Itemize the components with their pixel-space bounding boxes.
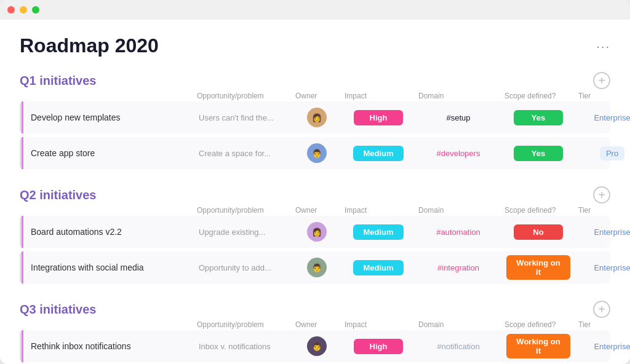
column-header: Impact bbox=[340, 206, 413, 215]
impact-badge: Medium bbox=[353, 260, 403, 275]
avatar: 👩 bbox=[307, 108, 327, 127]
page-header: Roadmap 2020 ··· bbox=[20, 34, 610, 57]
domain-cell: #automation bbox=[415, 224, 501, 240]
domain-text: #notification bbox=[437, 342, 479, 351]
close-dot[interactable] bbox=[7, 6, 15, 14]
scope-cell: No bbox=[501, 221, 575, 243]
page-title: Roadmap 2020 bbox=[20, 34, 159, 57]
opportunity-cell: Opportunity to add... bbox=[194, 259, 292, 276]
column-header: Opportunity/problem bbox=[192, 92, 290, 100]
column-header: Owner bbox=[290, 92, 340, 100]
column-header: Opportunity/problem bbox=[192, 206, 290, 215]
column-header: Impact bbox=[340, 320, 413, 329]
impact-cell: Medium bbox=[341, 221, 415, 243]
column-header: Opportunity/problem bbox=[192, 320, 290, 329]
tier-text: Enterprise bbox=[594, 342, 630, 351]
tier-cell: Enterprise bbox=[575, 259, 630, 276]
avatar: 👩 bbox=[307, 222, 327, 242]
row-name: Integrations with social media bbox=[22, 251, 194, 283]
column-header: Domain bbox=[413, 206, 500, 215]
main-content: Roadmap 2020 ··· Q1 initiatives+Opportun… bbox=[0, 20, 630, 364]
scope-badge: Yes bbox=[514, 146, 563, 161]
impact-cell: Medium bbox=[341, 142, 415, 165]
row-name: Create app store bbox=[22, 137, 194, 169]
column-header: Scope defined? bbox=[500, 206, 573, 215]
column-header: Scope defined? bbox=[500, 320, 573, 329]
owner-cell: 👨 bbox=[292, 333, 341, 360]
impact-cell: Medium bbox=[341, 256, 415, 279]
column-header: Owner bbox=[290, 320, 340, 329]
domain-text: #automation bbox=[436, 228, 480, 237]
opportunity-cell: Create a space for... bbox=[194, 145, 292, 162]
domain-cell: #developers bbox=[415, 145, 501, 162]
impact-cell: High bbox=[341, 335, 415, 358]
column-header: Owner bbox=[290, 206, 340, 215]
section-title-label-q2: Q2 initiatives bbox=[20, 188, 306, 202]
impact-badge: Medium bbox=[353, 224, 403, 240]
scope-cell: Yes bbox=[501, 106, 575, 129]
column-header: Impact bbox=[340, 92, 413, 100]
column-header: Tier bbox=[573, 92, 630, 100]
more-options-button[interactable]: ··· bbox=[596, 39, 610, 53]
add-initiative-button-q1[interactable]: + bbox=[593, 72, 610, 89]
table-row[interactable]: Develop new templatesUsers can't find th… bbox=[20, 101, 610, 133]
opportunity-cell: Inbox v. notifications bbox=[194, 338, 292, 355]
column-header: Domain bbox=[413, 92, 500, 100]
section-q2: Q2 initiatives+Opportunity/problemOwnerI… bbox=[20, 186, 610, 283]
avatar: 👨 bbox=[307, 258, 327, 277]
section-q1: Q1 initiatives+Opportunity/problemOwnerI… bbox=[20, 72, 610, 169]
tier-cell: Enterprise bbox=[575, 109, 630, 126]
owner-cell: 👨 bbox=[292, 140, 341, 167]
domain-text: #setup bbox=[446, 113, 470, 122]
avatar: 👨 bbox=[307, 336, 327, 356]
expand-dot[interactable] bbox=[32, 6, 39, 14]
opportunity-cell: Upgrade existing... bbox=[194, 224, 292, 240]
row-name: Develop new templates bbox=[22, 101, 194, 133]
opportunity-cell: Users can't find the... bbox=[194, 109, 292, 126]
owner-cell: 👩 bbox=[292, 218, 341, 245]
impact-cell: High bbox=[341, 106, 415, 129]
column-header: Tier bbox=[573, 206, 630, 215]
owner-cell: 👩 bbox=[292, 104, 341, 131]
tier-cell: Pro bbox=[575, 143, 630, 164]
minimize-dot[interactable] bbox=[20, 6, 27, 14]
column-header: Domain bbox=[413, 320, 500, 329]
section-q3: Q3 initiatives+Opportunity/problemOwnerI… bbox=[20, 301, 610, 364]
tier-text: Enterprise bbox=[594, 263, 630, 272]
scope-badge: No bbox=[514, 224, 563, 240]
tier-text: Pro bbox=[600, 146, 624, 160]
scope-cell: Yes bbox=[501, 142, 575, 165]
impact-badge: Medium bbox=[353, 146, 403, 161]
row-name: Rethink inbox notifications bbox=[22, 330, 194, 362]
domain-text: #integration bbox=[437, 263, 479, 272]
table-row[interactable]: Rethink inbox notificationsInbox v. noti… bbox=[20, 330, 610, 362]
title-bar bbox=[0, 0, 630, 20]
tier-cell: Enterprise bbox=[575, 338, 630, 355]
avatar: 👨 bbox=[307, 143, 327, 163]
column-header: Scope defined? bbox=[500, 92, 573, 100]
add-initiative-button-q3[interactable]: + bbox=[593, 301, 610, 318]
row-name: Board automations v2.2 bbox=[22, 216, 194, 248]
section-title-label-q1: Q1 initiatives bbox=[20, 74, 306, 88]
scope-cell: Working on it bbox=[501, 251, 575, 283]
app-window: Roadmap 2020 ··· Q1 initiatives+Opportun… bbox=[0, 0, 630, 364]
impact-badge: High bbox=[354, 110, 403, 125]
tier-text: Enterprise bbox=[594, 228, 630, 237]
domain-text: #developers bbox=[437, 149, 480, 158]
section-title-label-q3: Q3 initiatives bbox=[20, 303, 306, 317]
table-row[interactable]: Board automations v2.2Upgrade existing..… bbox=[20, 216, 610, 248]
scope-badge: Working on it bbox=[506, 334, 570, 358]
tier-cell: Enterprise bbox=[575, 224, 630, 240]
add-initiative-button-q2[interactable]: + bbox=[593, 186, 610, 204]
owner-cell: 👨 bbox=[292, 254, 341, 281]
scope-badge: Yes bbox=[514, 110, 563, 125]
scope-cell: Working on it bbox=[501, 330, 575, 362]
domain-cell: #integration bbox=[415, 259, 501, 276]
domain-cell: #notification bbox=[415, 338, 501, 355]
table-row[interactable]: Create app storeCreate a space for...👨Me… bbox=[20, 137, 610, 169]
column-header: Tier bbox=[573, 320, 630, 329]
table-row[interactable]: Integrations with social mediaOpportunit… bbox=[20, 251, 610, 283]
tier-text: Enterprise bbox=[594, 113, 630, 122]
scope-badge: Working on it bbox=[506, 255, 570, 280]
sections-container: Q1 initiatives+Opportunity/problemOwnerI… bbox=[20, 72, 610, 364]
